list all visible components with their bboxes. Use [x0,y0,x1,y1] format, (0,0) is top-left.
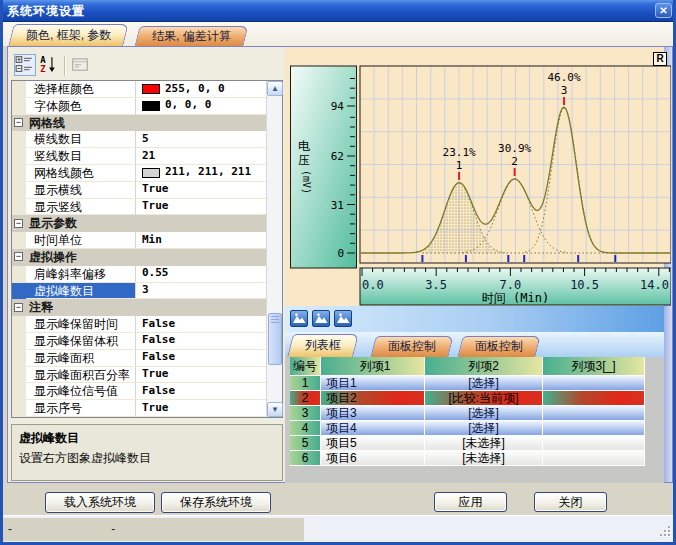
image-icon [337,313,350,324]
column-header[interactable]: 列项3[_] [543,357,645,376]
property-row[interactable]: 显示峰保留时间False [12,316,266,333]
property-row[interactable]: 时间单位Min [12,232,266,249]
scrollbar-thumb[interactable] [268,313,282,365]
collapse-icon[interactable]: − [14,219,23,228]
property-value[interactable]: False [136,316,266,333]
table-cell[interactable]: 5 [290,436,321,451]
property-category-row[interactable]: −显示参数 [12,215,266,232]
property-value[interactable]: False [136,383,266,400]
property-value[interactable]: 0.55 [136,266,266,283]
close-icon[interactable]: ✕ [655,3,672,18]
property-value[interactable]: 255, 0, 0 [136,81,266,98]
table-cell[interactable] [543,391,645,406]
property-value[interactable]: 0, 0, 0 [136,98,266,115]
close-button[interactable]: 关闭 [534,492,607,512]
table-cell[interactable] [543,406,645,421]
property-row[interactable]: 显示竖线True [12,199,266,216]
property-value[interactable]: True [136,367,266,384]
table-cell[interactable]: [选择] [425,406,543,421]
table-row[interactable]: 3项目3[选择] [290,406,645,421]
property-row[interactable]: 肩峰斜率偏移0.55 [12,266,266,283]
property-pages-button[interactable] [70,54,92,76]
collapse-icon[interactable]: − [14,118,23,127]
alphabetical-sort-button[interactable]: A Z [38,54,60,76]
main-tab-0[interactable]: 颜色, 框架, 参数 [8,24,129,46]
table-cell[interactable]: [未选择] [425,451,543,466]
property-row[interactable]: 显示峰面积百分率True [12,367,266,384]
property-value[interactable]: True [136,182,266,199]
collapse-icon[interactable]: − [14,303,23,312]
table-cell[interactable]: 项目1 [321,376,425,391]
property-row[interactable]: 竖线数目21 [12,148,266,165]
table-cell[interactable]: 1 [290,376,321,391]
property-value[interactable]: True [136,400,266,417]
panel-tab-1[interactable]: 面板控制 [370,336,453,357]
property-row[interactable]: 选择框颜色255, 0, 0 [12,81,266,98]
table-row[interactable]: 1项目1[选择] [290,376,645,391]
property-value[interactable]: True [136,199,266,216]
property-row[interactable]: 横线数目5 [12,131,266,148]
table-row[interactable]: 4项目4[选择] [290,421,645,436]
panel-tab-2[interactable]: 面板控制 [457,336,540,357]
property-row[interactable]: 显示峰面积False [12,350,266,367]
column-header[interactable]: 列项1 [321,357,425,376]
table-cell[interactable]: [选择] [425,376,543,391]
table-cell[interactable]: 项目4 [321,421,425,436]
property-row[interactable]: 网格线颜色211, 211, 211 [12,165,266,182]
save-environment-button[interactable]: 保存系统环境 [161,492,271,513]
property-category-row[interactable]: −注释 [12,299,266,316]
zoom-image-button-3[interactable] [334,310,352,327]
property-value[interactable]: 5 [136,131,266,148]
property-row[interactable]: 显示峰位信号值False [12,383,266,400]
table-row[interactable]: 2项目2[比较:当前项] [290,391,645,406]
collapse-icon[interactable]: − [14,252,23,261]
table-cell[interactable]: [选择] [425,421,543,436]
categorized-view-button[interactable] [14,54,36,76]
column-header[interactable]: 编号 [290,357,321,376]
main-tab-1[interactable]: 结果, 偏差计算 [135,26,249,46]
table-cell[interactable]: 项目5 [321,436,425,451]
table-cell[interactable]: 4 [290,421,321,436]
apply-button[interactable]: 应用 [434,492,507,512]
column-header[interactable]: 列项2 [425,357,543,376]
table-cell[interactable]: 2 [290,391,321,406]
property-row[interactable]: 显示峰保留体积False [12,333,266,350]
scroll-down-icon[interactable]: ▼ [267,402,283,417]
property-category-row[interactable]: −网格线 [12,115,266,132]
property-value[interactable]: 3 [136,283,266,300]
table-row[interactable]: 5项目5[未选择] [290,436,645,451]
table-cell[interactable]: 项目6 [321,451,425,466]
property-row[interactable]: 字体颜色0, 0, 0 [12,98,266,115]
title-bar[interactable]: 系统环境设置 ✕ [0,0,676,22]
property-grid-scrollbar[interactable]: ▲ ▼ [266,81,282,417]
table-cell[interactable] [543,376,645,391]
property-row[interactable]: 显示序号True [12,400,266,417]
panel-tab-0[interactable]: 列表框 [287,334,359,357]
property-value[interactable]: 211, 211, 211 [136,165,266,182]
property-row[interactable]: 虚拟峰数目3 [12,283,266,300]
table-cell[interactable] [543,436,645,451]
property-value[interactable]: 21 [136,148,266,165]
reset-zoom-button[interactable]: R [653,52,667,66]
table-cell[interactable]: 项目2 [321,391,425,406]
table-cell[interactable]: 6 [290,451,321,466]
property-label: 字体颜色 [26,98,136,115]
scroll-up-icon[interactable]: ▲ [267,81,283,96]
zoom-image-button-1[interactable] [290,310,308,327]
table-cell[interactable] [543,451,645,466]
table-cell[interactable]: [未选择] [425,436,543,451]
table-cell[interactable]: [比较:当前项] [425,391,543,406]
property-value[interactable]: False [136,350,266,367]
table-cell[interactable]: 项目3 [321,406,425,421]
load-environment-button[interactable]: 载入系统环境 [45,492,155,513]
dialog-window: 系统环境设置 ✕ 颜色, 框架, 参数结果, 偏差计算 A Z [0,0,676,545]
property-row[interactable]: 显示横线True [12,182,266,199]
property-value[interactable]: Min [136,232,266,249]
table-row[interactable]: 6项目6[未选择] [290,451,645,466]
table-cell[interactable]: 3 [290,406,321,421]
resize-grip[interactable] [658,526,672,538]
property-category-row[interactable]: −虚拟操作 [12,249,266,266]
zoom-image-button-2[interactable] [312,310,330,327]
property-value[interactable]: False [136,333,266,350]
table-cell[interactable] [543,421,645,436]
